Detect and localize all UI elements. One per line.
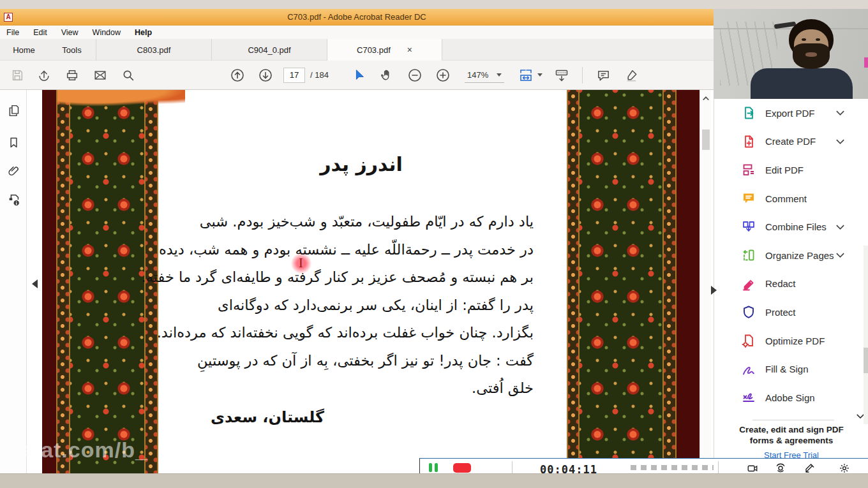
redact-icon (741, 276, 756, 292)
text-line: خلق اُفتی. (189, 374, 534, 403)
save-icon[interactable] (10, 68, 24, 82)
tool-protect[interactable]: Protect (714, 298, 868, 327)
panel-scrollbar-thumb[interactable] (864, 348, 868, 373)
tool-label: Fill & Sign (765, 364, 809, 374)
pink-sticky-note (864, 57, 868, 68)
text-line: یاد دارم که در ایّام طفولیت، متعبّد و شب… (189, 208, 534, 236)
fill-sign-icon (741, 362, 756, 377)
tool-edit-pdf[interactable]: Edit PDF (714, 156, 868, 184)
text-line: در خدمت پدر ــ رحمةاللّه علیه ــ نشسته ب… (189, 236, 534, 264)
tab-c703-active[interactable]: C703.pdf × (327, 39, 442, 61)
tab-tools[interactable]: Tools (48, 39, 96, 61)
recorder-bar: 00:04:11 (419, 458, 868, 475)
chevron-down-icon[interactable] (835, 251, 845, 259)
page-border-left-edge (42, 90, 56, 473)
tool-adobe-sign[interactable]: Adobe Sign (714, 383, 868, 412)
tab-c803[interactable]: C803.pdf (96, 39, 211, 61)
export-pdf-icon (741, 105, 756, 121)
collapse-left-pane-arrow[interactable] (32, 279, 38, 288)
print-icon[interactable] (65, 68, 79, 82)
bookmarks-icon[interactable] (7, 136, 20, 152)
search-icon[interactable] (121, 68, 135, 82)
chevron-down-icon[interactable] (835, 223, 845, 231)
menu-window[interactable]: Window (93, 28, 121, 37)
selection-tool-icon[interactable] (352, 68, 366, 82)
ornament-left-wide (70, 90, 144, 473)
recorder-status-text (631, 465, 714, 470)
tool-label: Organize Pages (765, 250, 834, 261)
zoom-in-icon[interactable] (435, 68, 451, 83)
share-upload-icon[interactable] (37, 68, 51, 82)
page-total-label: / 184 (310, 70, 329, 80)
tool-redact[interactable]: Redact (714, 270, 868, 299)
stop-button[interactable] (453, 463, 471, 473)
tab-bar: Home Tools C803.pdf C904_0.pdf C703.pdf … (0, 39, 714, 61)
create-pdf-icon (741, 134, 756, 149)
panel-scrollbar[interactable] (864, 246, 868, 424)
attachments-icon[interactable] (7, 165, 20, 181)
fit-width-icon[interactable] (518, 68, 534, 83)
tab-c904[interactable]: C904_0.pdf (211, 39, 327, 61)
zoom-level-dropdown[interactable]: 147% (465, 68, 504, 83)
combine-files-icon (741, 219, 756, 235)
tool-optimize-pdf[interactable]: Optimize PDF (714, 327, 868, 355)
comment-icon (741, 191, 756, 206)
left-nav-pane (0, 90, 27, 473)
promo-text: Create, edit and sign PDF forms & agreem… (714, 424, 868, 446)
text-line: بر هم نبسته و مُصحف عزیز بر کنار گرفته و… (189, 263, 534, 292)
promo-line2: forms & agreements (714, 435, 868, 446)
document-info-icon[interactable] (7, 193, 21, 210)
tool-label: Comment (765, 193, 807, 204)
zoom-level-value: 147% (467, 70, 488, 80)
zoom-out-icon[interactable] (407, 68, 423, 83)
scrollbar-thumb[interactable] (702, 129, 710, 150)
tool-create-pdf[interactable]: Create PDF (714, 128, 868, 156)
tool-export-pdf[interactable]: Export PDF (714, 99, 868, 128)
tool-label: Export PDF (765, 108, 815, 119)
next-page-icon[interactable] (258, 68, 273, 83)
menu-edit[interactable]: Edit (33, 28, 47, 37)
menu-help[interactable]: Help (135, 28, 152, 37)
pause-button[interactable] (429, 463, 439, 472)
tool-combine-files[interactable]: Combine Files (714, 212, 868, 241)
tool-label: Create PDF (765, 136, 816, 147)
tool-fill-sign[interactable]: Fill & Sign (714, 355, 868, 383)
tool-comment[interactable]: Comment (714, 184, 868, 213)
chevron-down-icon[interactable] (537, 73, 542, 77)
presenter-eye (816, 38, 820, 41)
collapse-right-pane-arrow[interactable] (711, 286, 717, 295)
main-toolbar: 17 / 184 147% (0, 61, 714, 90)
ornament-right-wide (580, 90, 662, 473)
tool-label: Protect (765, 307, 796, 318)
text-line: بگزارد. چنان خواب غفلت برده‌اند که گویی … (189, 319, 534, 347)
page-body-text: یاد دارم که در ایّام طفولیت، متعبّد و شب… (189, 208, 534, 403)
reading-mode-icon[interactable] (554, 68, 569, 83)
email-icon[interactable] (93, 68, 107, 82)
ornament-top-fragment (57, 90, 185, 107)
protect-shield-icon (741, 304, 756, 320)
document-scrollbar[interactable] (700, 90, 711, 473)
bottom-desktop-strip (0, 473, 868, 488)
menu-file[interactable]: File (6, 28, 19, 37)
desktop-strip (0, 0, 868, 9)
chevron-down-icon[interactable] (835, 138, 845, 145)
menu-view[interactable]: View (61, 28, 79, 37)
tab-close-icon[interactable]: × (407, 45, 412, 54)
tool-organize-pages[interactable]: Organize Pages (714, 241, 868, 270)
page-thumbnails-icon[interactable] (7, 104, 20, 120)
ornament-left-narrow (56, 90, 70, 473)
tool-label: Combine Files (765, 221, 827, 232)
tab-home[interactable]: Home (0, 39, 48, 61)
recorder-divider (718, 461, 719, 474)
tool-label: Edit PDF (765, 165, 804, 175)
ornament-right-inner (567, 90, 580, 473)
chevron-down-icon[interactable] (835, 109, 845, 117)
hand-tool-icon[interactable] (379, 68, 394, 82)
comment-tool-icon[interactable] (596, 68, 611, 82)
scroll-up-icon[interactable] (702, 92, 710, 104)
highlighter-icon[interactable] (624, 68, 639, 82)
previous-page-icon[interactable] (230, 68, 245, 83)
ornament-right-narrow (662, 90, 677, 473)
presenter-eye (802, 38, 806, 41)
page-number-input[interactable]: 17 (283, 68, 305, 83)
